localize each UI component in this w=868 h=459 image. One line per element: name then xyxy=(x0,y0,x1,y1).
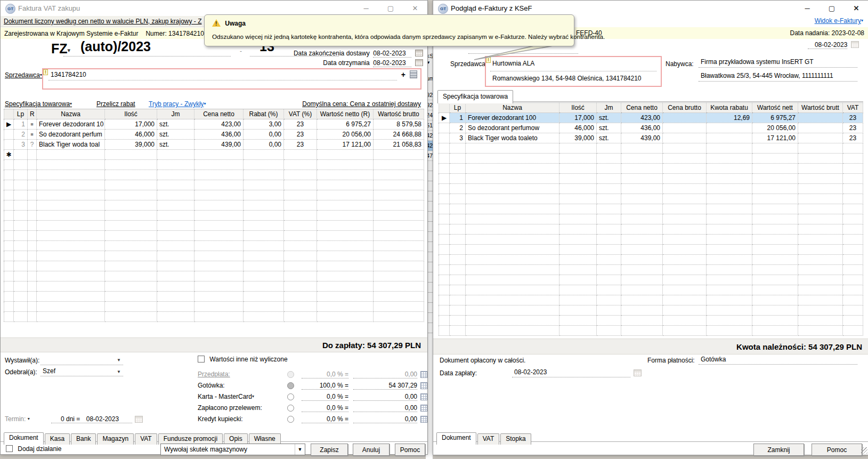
table-row[interactable]: ▶ 1■ Forever dezodorant 1017,000 szt.423… xyxy=(4,119,424,130)
maximize-button[interactable]: ▢ xyxy=(378,1,403,16)
payment-percent[interactable]: 0,0 % = xyxy=(302,415,348,423)
field-underline xyxy=(48,80,397,80)
calculator-icon[interactable] xyxy=(420,371,427,378)
tab-kasa[interactable]: Kasa xyxy=(45,433,70,445)
empty-row xyxy=(4,160,424,170)
tab-magazyn[interactable]: Magazyn xyxy=(97,433,134,445)
table-row[interactable]: 3Black Tiger woda toaleto 39,000szt. 439… xyxy=(439,133,863,143)
save-button[interactable]: Zapisz xyxy=(311,444,348,456)
term-selector[interactable]: Termin: ▾ xyxy=(5,415,30,423)
table-row[interactable]: 2So dezodorant perfumow 46,000szt. 436,0… xyxy=(439,123,863,133)
tab-dokument[interactable]: Dokument xyxy=(4,432,44,445)
close-button[interactable]: ✕ xyxy=(403,1,427,16)
seller-selector[interactable]: Sprzedawca▾ xyxy=(5,71,42,79)
other-values-checkbox[interactable]: Wartości inne niż wyliczone xyxy=(198,356,288,363)
payment-amount[interactable]: 0,00 xyxy=(353,393,417,401)
payment-percent[interactable]: 100,0 % = xyxy=(302,382,348,390)
tab-vat[interactable]: VAT xyxy=(135,433,157,445)
sent-date-label: Data nadania: xyxy=(790,29,830,37)
minimize-button[interactable]: ─ xyxy=(795,1,820,16)
radio-kredyt[interactable] xyxy=(287,416,294,423)
tab-vat[interactable]: VAT xyxy=(477,433,500,445)
calculator-icon[interactable] xyxy=(420,382,427,389)
total-bar: Do zapłaty: 54 307,29 PLN xyxy=(1,337,427,352)
chevron-down-icon: ▼ xyxy=(117,358,121,363)
table-row[interactable]: 3? Black Tiger woda toal39,000 szt.439,0… xyxy=(4,140,424,150)
payment-date-value: 08-02-2023 xyxy=(512,368,630,377)
payment-label-karta[interactable]: Karta - MasterCard▾ xyxy=(198,393,254,400)
spec-tabs: Specyfikacja towarowa xyxy=(437,90,513,103)
radio-przedplata[interactable] xyxy=(287,371,294,378)
help-button[interactable]: Pomoc xyxy=(812,444,862,456)
checkbox-icon xyxy=(6,445,13,452)
empty-row xyxy=(4,180,424,190)
calculator-icon[interactable] xyxy=(420,393,427,400)
efaktura-items-table: LpNazwa IlośćJm Cena nettoCena brutto Kw… xyxy=(439,102,863,336)
table-row-selected[interactable]: ▶ 1Forever dezodorant 100 17,000szt. 423… xyxy=(439,113,863,123)
delivery-end-date-value[interactable]: 08-02-2023 xyxy=(373,50,411,58)
empty-row xyxy=(439,285,863,295)
view-efaktury-link[interactable]: Widok e-Faktury▾ xyxy=(815,17,863,25)
invoice-date-value[interactable]: 08-02-2023 xyxy=(808,41,847,49)
seller-value: 1341784210 xyxy=(51,71,86,78)
desktop: <Se ▼ um 92 92 24 51 42 42 47 GT Faktura… xyxy=(0,0,868,459)
contractor-list-icon[interactable] xyxy=(410,70,417,78)
close-button[interactable]: ✕ xyxy=(844,1,868,16)
seller-field[interactable]: ! 1341784210 + xyxy=(42,68,421,90)
add-action-checkbox[interactable]: Dodaj działanie xyxy=(6,445,61,453)
add-contractor-button[interactable]: + xyxy=(401,70,405,79)
payment-percent[interactable]: 0,0 % = xyxy=(302,404,348,412)
table-header-row[interactable]: LpNazwa IlośćJm Cena nettoCena brutto Kw… xyxy=(439,103,863,113)
issued-by-combo[interactable]: ▼ xyxy=(40,356,123,365)
help-button[interactable]: Pomoc xyxy=(395,444,425,456)
calendar-icon[interactable] xyxy=(135,416,143,423)
work-mode-link[interactable]: Tryb pracy - Zwykły▾ xyxy=(149,100,206,108)
tab-wlasne[interactable]: Własne xyxy=(249,433,281,445)
recalc-rabat-link[interactable]: Przelicz rabat xyxy=(96,100,135,108)
calculator-icon[interactable] xyxy=(420,416,427,423)
payment-percent[interactable]: 0,0 % = xyxy=(302,371,348,379)
tab-stopka[interactable]: Stopka xyxy=(500,433,531,445)
spec-towarowa-menu[interactable]: Specyfikacja towarowa▾ xyxy=(5,100,72,108)
maximize-button[interactable]: ▢ xyxy=(820,1,844,16)
payment-percent[interactable]: 0,0 % = xyxy=(302,393,348,401)
chevron-down-icon: ▾ xyxy=(28,416,30,421)
table-row[interactable]: 2■ So dezodorant perfum46,000 szt.436,00… xyxy=(4,130,424,140)
received-by-combo[interactable]: Szef ▼ xyxy=(40,367,123,376)
row-marker-icon: ▶ xyxy=(439,113,450,123)
term-field[interactable]: 0 dni = 08-02-2023 xyxy=(51,415,132,423)
calendar-icon[interactable] xyxy=(851,41,859,48)
titlebar[interactable]: GT Podgląd e-Faktury z KSeF ─ ▢ ✕ xyxy=(433,1,868,16)
tab-opis[interactable]: Opis xyxy=(224,433,248,445)
cancel-button[interactable]: Anuluj xyxy=(353,444,390,456)
minimize-button[interactable]: ─ xyxy=(354,1,378,16)
calendar-icon[interactable] xyxy=(415,59,423,66)
new-row[interactable]: ✱ xyxy=(4,150,424,160)
tab-bank[interactable]: Bank xyxy=(71,433,96,445)
payment-amount[interactable]: 0,00 xyxy=(353,415,417,423)
payment-amount[interactable]: 54 307,29 xyxy=(353,382,417,390)
payment-amount[interactable]: 0,00 xyxy=(353,404,417,412)
tab-fundusze-promocji[interactable]: Fundusze promocji xyxy=(158,433,223,445)
close-window-button[interactable]: Zamknij xyxy=(753,444,804,456)
payment-label-przedplata[interactable]: Przedpłata: xyxy=(198,371,230,378)
calendar-icon[interactable] xyxy=(415,50,423,57)
tab-dokument[interactable]: Dokument xyxy=(436,432,476,445)
chevron-down-icon: ▾ xyxy=(861,18,863,23)
resize-grip[interactable] xyxy=(861,447,867,454)
calculator-icon[interactable] xyxy=(420,405,427,412)
chevron-down-icon: ▾ xyxy=(70,101,72,106)
warehouse-effect-combo[interactable]: Wywołaj skutek magazynowy ▼ xyxy=(160,444,305,455)
radio-przelew[interactable] xyxy=(287,405,294,412)
empty-row xyxy=(439,295,863,305)
tab-specyfikacja-towarowa[interactable]: Specyfikacja towarowa xyxy=(437,90,513,103)
table-header-row[interactable]: LpR NazwaIlość JmCena netto Rabat (%)VAT… xyxy=(4,109,424,119)
radio-gotowka[interactable] xyxy=(287,382,294,389)
default-price-link[interactable]: Domyślna cena: Cena z ostatniej dostawy xyxy=(302,100,421,108)
empty-row xyxy=(439,326,863,336)
received-date-value[interactable]: 08-02-2023 xyxy=(373,59,411,67)
radio-karta[interactable] xyxy=(287,393,294,400)
payment-amount[interactable]: 0,00 xyxy=(353,371,417,379)
bottom-tabs: Dokument VAT Stopka xyxy=(436,432,531,445)
empty-row xyxy=(4,241,424,251)
